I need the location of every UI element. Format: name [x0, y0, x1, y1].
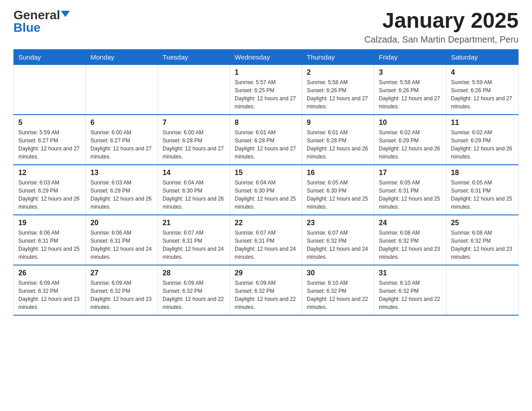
day-info: Sunrise: 6:05 AM Sunset: 6:31 PM Dayligh… [451, 179, 514, 211]
day-cell: 4Sunrise: 5:59 AM Sunset: 6:26 PM Daylig… [446, 64, 519, 115]
day-cell: 27Sunrise: 6:09 AM Sunset: 6:32 PM Dayli… [86, 265, 158, 315]
day-number: 31 [379, 269, 442, 277]
day-cell: 5Sunrise: 5:59 AM Sunset: 6:27 PM Daylig… [14, 115, 86, 165]
day-cell [86, 64, 158, 115]
day-cell: 17Sunrise: 6:05 AM Sunset: 6:31 PM Dayli… [374, 165, 446, 215]
day-number: 6 [90, 119, 153, 127]
day-number: 13 [90, 169, 153, 177]
day-cell: 22Sunrise: 6:07 AM Sunset: 6:31 PM Dayli… [230, 215, 302, 265]
day-number: 14 [163, 169, 225, 177]
day-info: Sunrise: 6:00 AM Sunset: 6:28 PM Dayligh… [163, 128, 225, 161]
header-cell-wednesday: Wednesday [230, 49, 302, 64]
day-number: 29 [235, 269, 297, 277]
header-row: SundayMondayTuesdayWednesdayThursdayFrid… [14, 49, 519, 64]
day-number: 9 [307, 119, 369, 127]
logo: General Blue [13, 9, 70, 34]
day-number: 12 [18, 169, 81, 177]
day-cell [14, 64, 86, 115]
day-info: Sunrise: 6:06 AM Sunset: 6:31 PM Dayligh… [90, 229, 153, 261]
week-row-2: 5Sunrise: 5:59 AM Sunset: 6:27 PM Daylig… [14, 115, 519, 165]
day-number: 27 [90, 269, 153, 277]
day-number: 19 [18, 219, 81, 227]
day-cell: 11Sunrise: 6:02 AM Sunset: 6:29 PM Dayli… [446, 115, 519, 165]
day-info: Sunrise: 6:03 AM Sunset: 6:29 PM Dayligh… [90, 179, 153, 211]
calendar-body: 1Sunrise: 5:57 AM Sunset: 6:25 PM Daylig… [14, 64, 519, 315]
day-cell: 3Sunrise: 5:58 AM Sunset: 6:26 PM Daylig… [374, 64, 446, 115]
day-number: 3 [379, 68, 442, 77]
header-cell-friday: Friday [374, 49, 446, 64]
day-cell: 7Sunrise: 6:00 AM Sunset: 6:28 PM Daylig… [158, 115, 230, 165]
day-number: 24 [379, 219, 442, 227]
day-number: 28 [163, 269, 225, 277]
day-info: Sunrise: 6:07 AM Sunset: 6:31 PM Dayligh… [163, 229, 225, 261]
day-cell [446, 265, 519, 315]
day-info: Sunrise: 6:01 AM Sunset: 6:28 PM Dayligh… [307, 128, 369, 161]
header-cell-thursday: Thursday [302, 49, 374, 64]
day-cell: 13Sunrise: 6:03 AM Sunset: 6:29 PM Dayli… [86, 165, 158, 215]
day-info: Sunrise: 6:04 AM Sunset: 6:30 PM Dayligh… [163, 179, 225, 211]
header-cell-monday: Monday [86, 49, 158, 64]
day-number: 1 [235, 68, 297, 77]
day-cell: 16Sunrise: 6:05 AM Sunset: 6:30 PM Dayli… [302, 165, 374, 215]
day-number: 7 [163, 119, 225, 127]
day-cell: 12Sunrise: 6:03 AM Sunset: 6:29 PM Dayli… [14, 165, 86, 215]
day-number: 18 [451, 169, 514, 177]
day-cell: 24Sunrise: 6:08 AM Sunset: 6:32 PM Dayli… [374, 215, 446, 265]
day-cell: 14Sunrise: 6:04 AM Sunset: 6:30 PM Dayli… [158, 165, 230, 215]
day-cell: 9Sunrise: 6:01 AM Sunset: 6:28 PM Daylig… [302, 115, 374, 165]
title-block: January 2025 Calzada, San Martin Departm… [364, 9, 519, 45]
day-number: 2 [307, 68, 369, 77]
day-info: Sunrise: 6:07 AM Sunset: 6:32 PM Dayligh… [307, 229, 369, 261]
day-info: Sunrise: 6:02 AM Sunset: 6:29 PM Dayligh… [379, 128, 442, 161]
day-number: 17 [379, 169, 442, 177]
day-number: 11 [451, 119, 514, 127]
day-number: 25 [451, 219, 514, 227]
day-info: Sunrise: 6:03 AM Sunset: 6:29 PM Dayligh… [18, 179, 81, 211]
day-info: Sunrise: 5:59 AM Sunset: 6:27 PM Dayligh… [18, 128, 81, 161]
day-number: 5 [18, 119, 81, 127]
day-cell: 6Sunrise: 6:00 AM Sunset: 6:27 PM Daylig… [86, 115, 158, 165]
day-info: Sunrise: 5:57 AM Sunset: 6:25 PM Dayligh… [235, 78, 297, 111]
page-header: General Blue January 2025 Calzada, San M… [13, 9, 519, 45]
day-info: Sunrise: 6:09 AM Sunset: 6:32 PM Dayligh… [235, 279, 297, 311]
day-number: 8 [235, 119, 297, 127]
day-cell: 20Sunrise: 6:06 AM Sunset: 6:31 PM Dayli… [86, 215, 158, 265]
day-cell: 19Sunrise: 6:06 AM Sunset: 6:31 PM Dayli… [14, 215, 86, 265]
day-cell: 25Sunrise: 6:08 AM Sunset: 6:32 PM Dayli… [446, 215, 519, 265]
day-cell: 2Sunrise: 5:58 AM Sunset: 6:26 PM Daylig… [302, 64, 374, 115]
calendar-header: SundayMondayTuesdayWednesdayThursdayFrid… [14, 49, 519, 64]
day-number: 21 [163, 219, 225, 227]
day-info: Sunrise: 6:09 AM Sunset: 6:32 PM Dayligh… [163, 279, 225, 311]
day-cell [158, 64, 230, 115]
day-number: 30 [307, 269, 369, 277]
day-info: Sunrise: 6:08 AM Sunset: 6:32 PM Dayligh… [379, 229, 442, 261]
day-cell: 10Sunrise: 6:02 AM Sunset: 6:29 PM Dayli… [374, 115, 446, 165]
day-cell: 1Sunrise: 5:57 AM Sunset: 6:25 PM Daylig… [230, 64, 302, 115]
day-info: Sunrise: 5:58 AM Sunset: 6:26 PM Dayligh… [307, 78, 369, 111]
day-cell: 23Sunrise: 6:07 AM Sunset: 6:32 PM Dayli… [302, 215, 374, 265]
week-row-4: 19Sunrise: 6:06 AM Sunset: 6:31 PM Dayli… [14, 215, 519, 265]
day-cell: 29Sunrise: 6:09 AM Sunset: 6:32 PM Dayli… [230, 265, 302, 315]
day-info: Sunrise: 6:09 AM Sunset: 6:32 PM Dayligh… [90, 279, 153, 311]
day-number: 10 [379, 119, 442, 127]
month-title: January 2025 [364, 9, 519, 33]
week-row-1: 1Sunrise: 5:57 AM Sunset: 6:25 PM Daylig… [14, 64, 519, 115]
logo-triangle-icon [61, 11, 70, 17]
week-row-5: 26Sunrise: 6:09 AM Sunset: 6:32 PM Dayli… [14, 265, 519, 315]
day-info: Sunrise: 6:10 AM Sunset: 6:32 PM Dayligh… [379, 279, 442, 311]
day-info: Sunrise: 6:00 AM Sunset: 6:27 PM Dayligh… [90, 128, 153, 161]
day-cell: 15Sunrise: 6:04 AM Sunset: 6:30 PM Dayli… [230, 165, 302, 215]
header-cell-sunday: Sunday [14, 49, 86, 64]
day-number: 26 [18, 269, 81, 277]
day-cell: 31Sunrise: 6:10 AM Sunset: 6:32 PM Dayli… [374, 265, 446, 315]
day-info: Sunrise: 6:05 AM Sunset: 6:31 PM Dayligh… [379, 179, 442, 211]
day-info: Sunrise: 6:05 AM Sunset: 6:30 PM Dayligh… [307, 179, 369, 211]
day-info: Sunrise: 6:02 AM Sunset: 6:29 PM Dayligh… [451, 128, 514, 161]
day-info: Sunrise: 6:10 AM Sunset: 6:32 PM Dayligh… [307, 279, 369, 311]
day-number: 20 [90, 219, 153, 227]
logo-blue-text: Blue [13, 21, 41, 34]
header-cell-tuesday: Tuesday [158, 49, 230, 64]
day-number: 16 [307, 169, 369, 177]
day-info: Sunrise: 5:58 AM Sunset: 6:26 PM Dayligh… [379, 78, 442, 111]
day-cell: 8Sunrise: 6:01 AM Sunset: 6:28 PM Daylig… [230, 115, 302, 165]
